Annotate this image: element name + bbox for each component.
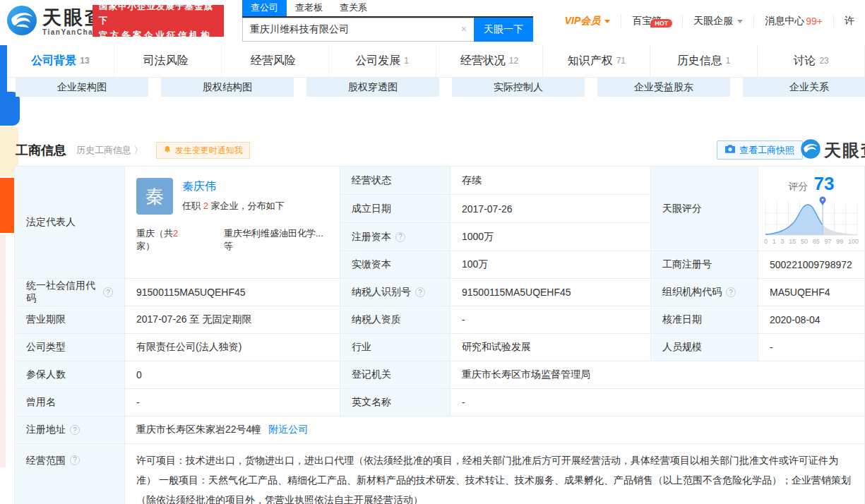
legal-rep-region: 重庆（共2家）	[136, 227, 194, 253]
legal-rep-positions: 任职 2 家企业，分布如下	[182, 200, 284, 212]
paidin-capital-label: 实缴资本	[340, 251, 451, 279]
business-info-table: 法定代表人 秦 秦庆伟 任职 2 家企业，分布如下 重庆（共2家） 重庆华利维盛…	[14, 166, 865, 504]
tab-discussion[interactable]: 讨论23	[758, 45, 865, 77]
top-menu: VIP会员 HOT 百宝箱 天眼企服 消息中心 99+ 许	[554, 0, 865, 42]
taxpayer-quality-label: 纳税人资质	[340, 306, 451, 334]
tab-company-development[interactable]: 公司发展1	[329, 45, 436, 77]
english-name-value: -	[451, 389, 865, 416]
credit-code-label: 统一社会信用代码?	[15, 279, 125, 306]
subnav-buttons: 企业架构图 股权结构图 股权穿透图 实际控制人 企业受益股东 企业关系	[16, 78, 865, 97]
score-bell-curve-chart	[764, 196, 859, 237]
former-name-label: 曾用名	[15, 389, 125, 416]
view-business-snapshot-button[interactable]: 查看工商快照	[717, 140, 803, 160]
certification-badge: 国家中小企业发展子基金旗下 官方备案企业征信机构	[93, 5, 224, 37]
approval-date-label: 核准日期	[651, 306, 758, 334]
legal-rep-name-link[interactable]: 秦庆伟	[182, 179, 284, 194]
tianyancha-logo-icon	[6, 4, 38, 40]
search-tab-company[interactable]: 查公司	[242, 0, 287, 16]
business-info-header: 工商信息 历史工商信息 〉 发生变更时通知我 查看工商快照	[16, 140, 865, 161]
subnav-beneficial-shareholder[interactable]: 企业受益股东	[597, 78, 730, 97]
notify-on-change-button[interactable]: 发生变更时通知我	[156, 142, 250, 159]
menu-truncated-item[interactable]: 许	[833, 15, 865, 28]
tab-company-background[interactable]: 公司背景13	[7, 45, 114, 77]
registry-authority-value: 重庆市长寿区市场监督管理局	[451, 361, 865, 389]
side-floating-widget-blue-tab[interactable]	[0, 92, 20, 126]
subnav-enterprise-relation[interactable]: 企业关系	[743, 78, 865, 97]
page-title: 工商信息	[16, 142, 66, 159]
registry-authority-label: 登记机关	[340, 361, 451, 389]
registration-number-label: 工商注册号	[651, 251, 758, 279]
tab-judicial-risk[interactable]: 司法风险	[114, 45, 222, 77]
business-term-label: 营业期限	[15, 306, 125, 334]
tab-history-info[interactable]: 历史信息1	[650, 45, 758, 77]
search-tab-relation[interactable]: 查关系	[331, 0, 376, 16]
help-icon[interactable]: ?	[395, 232, 405, 242]
clear-input-icon[interactable]: ×	[461, 23, 467, 35]
cert-line2: 官方备案企业征信机构	[99, 28, 217, 43]
subnav-enterprise-structure[interactable]: 企业架构图	[16, 78, 148, 97]
legal-rep-card: 秦 秦庆伟 任职 2 家企业，分布如下 重庆（共2家） 重庆华利维盛油田化学..…	[125, 167, 340, 279]
score-word: 评分	[789, 181, 809, 193]
paidin-capital-value: 100万	[451, 251, 651, 279]
industry-value: 研究和试验发展	[451, 334, 651, 361]
org-code-value: MA5UQEHF4	[758, 279, 865, 306]
company-search-input[interactable]	[242, 18, 474, 42]
tianyancha-watermark: 天眼查	[800, 138, 865, 162]
message-count-badge: 99+	[806, 16, 823, 27]
tab-operation-risk[interactable]: 经营风险	[222, 45, 329, 77]
approval-date-value: 2020-08-04	[758, 306, 865, 334]
legal-rep-avatar[interactable]: 秦	[136, 178, 173, 215]
registered-address-value: 重庆市长寿区朱家岩22号4幢 附近公司	[125, 416, 865, 444]
registration-number-value: 500221009798972	[758, 251, 865, 279]
industry-label: 行业	[340, 334, 451, 361]
company-type-value: 有限责任公司(法人独资)	[125, 334, 340, 361]
chevron-down-icon	[737, 20, 743, 23]
menu-enterprise-service[interactable]: 天眼企服	[682, 15, 753, 28]
legal-rep-company-group[interactable]: 重庆华利维盛油田化学...等	[224, 227, 328, 253]
hot-badge: HOT	[650, 19, 672, 28]
tianyan-score-card[interactable]: 评分 73	[758, 167, 865, 251]
credit-code-value: 91500115MA5UQEHF45	[125, 279, 340, 306]
menu-vip[interactable]: VIP会员	[554, 15, 621, 28]
help-icon[interactable]: ?	[415, 287, 425, 297]
company-nav-tabs: 公司背景13 司法风险 经营风险 公司发展1 经营状况12 知识产权71 历史信…	[7, 45, 865, 78]
establish-date-value: 2017-07-26	[451, 195, 651, 223]
camera-icon	[725, 145, 735, 155]
staff-size-label: 人员规模	[651, 334, 758, 361]
menu-message-center[interactable]: 消息中心 99+	[753, 15, 833, 28]
tab-operation-status[interactable]: 经营状况12	[436, 45, 544, 77]
history-business-info-link[interactable]: 历史工商信息 〉	[76, 144, 143, 157]
help-icon[interactable]: ?	[70, 455, 80, 465]
taxpayer-quality-value: -	[451, 306, 651, 334]
search-button[interactable]: 天眼一下	[474, 18, 533, 42]
subnav-actual-controller[interactable]: 实际控制人	[452, 78, 585, 97]
former-name-value: -	[125, 389, 340, 416]
help-icon[interactable]: ?	[103, 287, 113, 297]
insured-count-label: 参保人数	[15, 361, 125, 389]
insured-count-value: 0	[125, 361, 340, 389]
side-floating-widget-pale	[0, 234, 6, 467]
tianyan-score-label: 天眼评分	[651, 167, 758, 251]
search-tab-boss[interactable]: 查老板	[287, 0, 331, 16]
score-value: 73	[814, 173, 835, 195]
staff-size-value: -	[758, 334, 865, 361]
help-icon[interactable]: ?	[70, 425, 80, 435]
status-label: 经营状态	[340, 167, 451, 195]
legal-rep-label: 法定代表人	[15, 167, 125, 279]
subnav-equity-structure[interactable]: 股权结构图	[161, 78, 294, 97]
registered-capital-label: 注册资本?	[340, 223, 451, 251]
org-code-label: 组织机构代码?	[651, 279, 758, 306]
help-icon[interactable]: ?	[726, 287, 736, 297]
subnav-equity-penetration[interactable]: 股权穿透图	[306, 78, 439, 97]
score-axis-ticks: 01 315 5085 9799 100	[764, 238, 859, 245]
nearby-companies-link[interactable]: 附近公司	[268, 424, 308, 436]
registered-address-label: 注册地址?	[15, 416, 125, 444]
taxpayer-id-label: 纳税人识别号?	[340, 279, 451, 306]
menu-toolbox[interactable]: HOT 百宝箱	[621, 15, 682, 28]
business-scope-label: 经营范围?	[15, 444, 125, 504]
business-term-value: 2017-07-26 至 无固定期限	[125, 306, 340, 334]
company-type-label: 公司类型	[15, 334, 125, 361]
tab-intellectual-property[interactable]: 知识产权71	[543, 45, 650, 77]
top-header: 天眼查 TianYanCha.com 国家中小企业发展子基金旗下 官方备案企业征…	[0, 0, 865, 42]
taxpayer-id-value: 91500115MA5UQEHF45	[451, 279, 651, 306]
